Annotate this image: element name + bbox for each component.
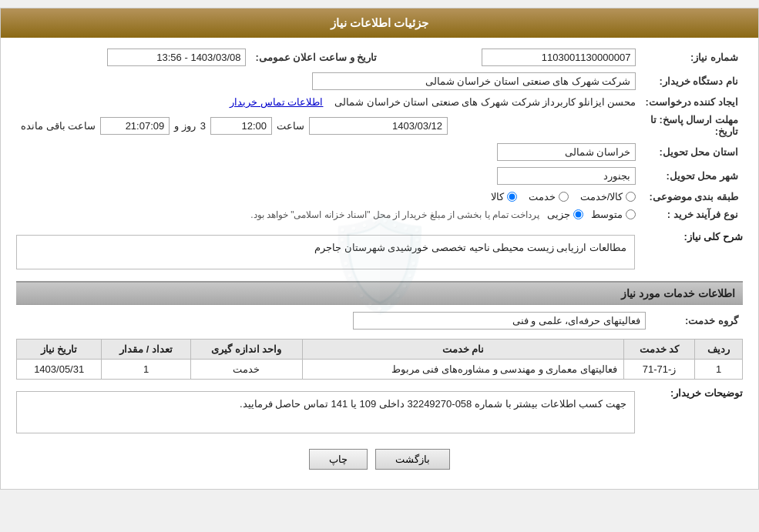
description-label: شرح کلی نیاز:	[643, 231, 743, 243]
city-label: شهر محل تحویل:	[640, 164, 743, 188]
request-number-label: شماره نیاز:	[640, 45, 743, 69]
request-number-box: 1103001130000007	[482, 49, 636, 66]
cell-unit: خدمت	[190, 360, 302, 380]
province-box: خراسان شمالی	[497, 143, 636, 161]
col-unit: واحد اندازه گیری	[190, 340, 302, 360]
services-section-header: اطلاعات خدمات مورد نیاز	[16, 281, 743, 305]
category-option-kala-khadamat[interactable]: کالا/خدمت	[580, 191, 636, 202]
service-group-box: فعالیتهای حرفه‌ای، علمی و فنی	[353, 312, 646, 330]
buyer-org-value: شرکت شهرک های صنعتی استان خراسان شمالی	[16, 69, 640, 93]
main-info-table: شماره نیاز: 1103001130000007 تاریخ و ساع…	[16, 45, 743, 223]
page-title: جزئیات اطلاعات نیاز	[331, 16, 428, 29]
col-code: کد خدمت	[624, 340, 695, 360]
description-section: شرح کلی نیاز: مطالعات ارزیابی زیست محیطی…	[16, 231, 743, 273]
announcement-date-value: 1403/03/08 - 13:56	[16, 45, 250, 69]
cell-name: فعالیتهای معماری و مهندسی و مشاوره‌های ف…	[303, 360, 624, 380]
buyer-notes-label: توضیحات خریدار:	[643, 387, 743, 399]
service-group-value: فعالیتهای حرفه‌ای، علمی و فنی	[16, 309, 650, 333]
col-name: نام خدمت	[303, 340, 624, 360]
description-value: مطالعات ارزیابی زیست محیطی ناحیه تخصصی خ…	[314, 242, 626, 253]
buyer-org-box: شرکت شهرک های صنعتی استان خراسان شمالی	[312, 72, 636, 90]
deadline-time-label: ساعت	[277, 120, 304, 132]
services-table: ردیف کد خدمت نام خدمت واحد اندازه گیری ت…	[16, 339, 743, 380]
deadline-time-box: 12:00	[210, 117, 272, 135]
action-buttons: بازگشت چاپ	[16, 449, 743, 470]
province-label: استان محل تحویل:	[640, 140, 743, 164]
requester-value: محسن ایزانلو کاربرداز شرکت شهرک های صنعت…	[16, 93, 640, 111]
cell-code: ز-71-71	[624, 360, 695, 380]
deadline-remaining-box: 21:07:09	[100, 117, 170, 135]
deadline-days-label: روز و	[174, 120, 196, 132]
requester-link[interactable]: اطلاعات تماس خریدار	[230, 96, 323, 108]
cell-date: 1403/05/31	[17, 360, 102, 380]
col-date: تاریخ نیاز	[17, 340, 102, 360]
purchase-type-note: پرداخت تمام یا بخشی از مبلغ خریدار از مح…	[250, 209, 539, 220]
announcement-date-label: تاریخ و ساعت اعلان عمومی:	[250, 45, 381, 69]
deadline-label: مهلت ارسال پاسخ: تا تاریخ:	[640, 111, 743, 140]
category-option-kala[interactable]: کالا	[491, 191, 517, 202]
category-option-khadamat[interactable]: خدمت	[529, 191, 569, 202]
page-header: جزئیات اطلاعات نیاز	[1, 8, 758, 38]
buyer-notes-section: توضیحات خریدار: جهت کسب اطلاعات بیشتر با…	[16, 387, 743, 437]
category-radio-group: کالا/خدمت خدمت کالا	[16, 188, 640, 206]
announcement-date-box: 1403/03/08 - 13:56	[107, 49, 246, 66]
deadline-date-box: 1403/03/12	[309, 117, 448, 135]
province-value: خراسان شمالی	[16, 140, 640, 164]
deadline-remaining-label: ساعت باقی مانده	[21, 120, 96, 132]
buyer-notes-box: جهت کسب اطلاعات بیشتر با شماره 058-32249…	[16, 391, 635, 433]
description-box: مطالعات ارزیابی زیست محیطی ناحیه تخصصی خ…	[16, 235, 635, 269]
requester-label: ایجاد کننده درخواست:	[640, 93, 743, 111]
category-label: طبقه بندی موضوعی:	[640, 188, 743, 206]
purchase-type-label: نوع فرآیند خرید :	[640, 206, 743, 223]
print-button[interactable]: چاپ	[309, 449, 368, 470]
cell-quantity: 1	[102, 360, 190, 380]
deadline-row: 1403/03/12 ساعت 12:00 3 روز و 21:07:09 س…	[16, 111, 640, 140]
cell-row: 1	[695, 360, 743, 380]
back-button[interactable]: بازگشت	[375, 449, 450, 470]
table-row: 1 ز-71-71 فعالیتهای معماری و مهندسی و مش…	[17, 360, 743, 380]
purchase-type-option-motavset[interactable]: متوسط	[591, 209, 636, 220]
service-group-table: گروه خدمت: فعالیتهای حرفه‌ای، علمی و فنی	[16, 309, 743, 333]
request-number-value: 1103001130000007	[381, 45, 640, 69]
col-quantity: تعداد / مقدار	[102, 340, 190, 360]
purchase-type-option-jozii[interactable]: جزیی	[547, 209, 583, 220]
service-group-label: گروه خدمت:	[650, 309, 743, 333]
city-box: بجنورد	[497, 167, 636, 185]
city-value: بجنورد	[16, 164, 640, 188]
buyer-org-label: نام دستگاه خریدار:	[640, 69, 743, 93]
requester-text: محسن ایزانلو کاربرداز شرکت شهرک های صنعت…	[334, 96, 636, 108]
purchase-type-row: متوسط جزیی پرداخت تمام یا بخشی از مبلغ خ…	[16, 206, 640, 223]
col-row: ردیف	[695, 340, 743, 360]
deadline-days: 3	[200, 120, 206, 132]
buyer-notes-value: جهت کسب اطلاعات بیشتر با شماره 058-32249…	[240, 398, 626, 410]
